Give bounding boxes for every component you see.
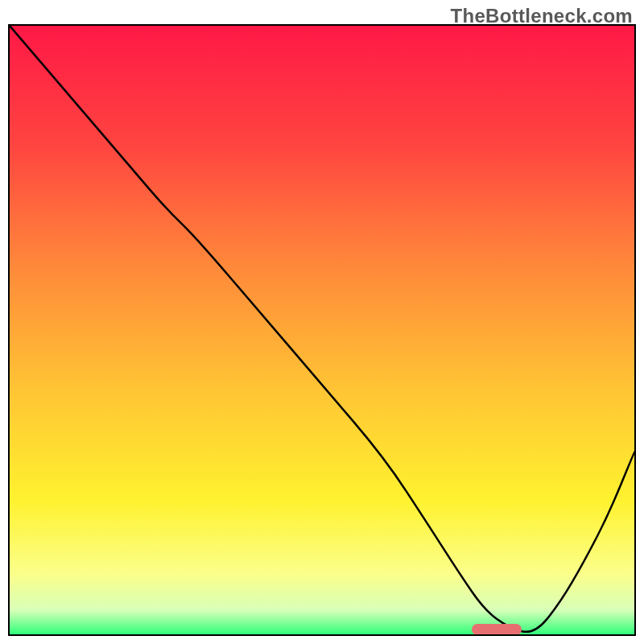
bottleneck-curve <box>10 26 634 634</box>
chart-frame <box>8 24 636 636</box>
chart-container: TheBottleneck.com <box>0 0 644 644</box>
optimal-marker <box>472 624 522 635</box>
